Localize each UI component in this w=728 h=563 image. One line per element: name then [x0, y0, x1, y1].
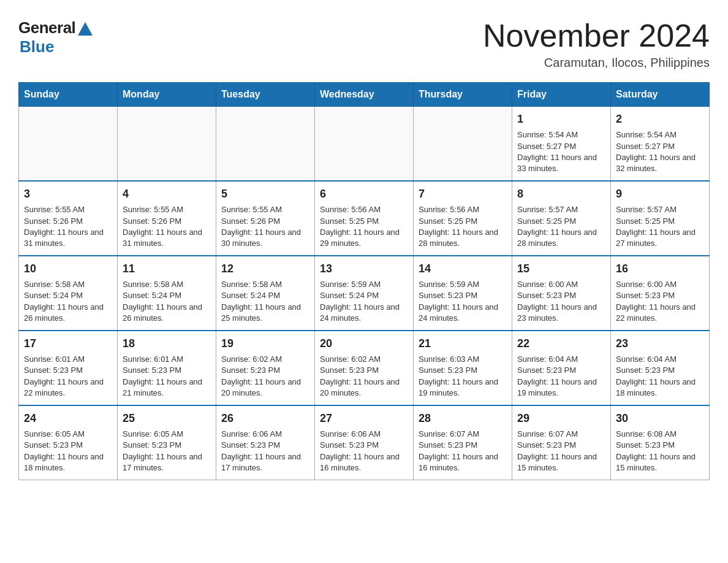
logo-flag-icon	[78, 22, 93, 36]
location-subtitle: Caramutan, Ilocos, Philippines	[483, 56, 710, 70]
month-title: November 2024	[483, 18, 710, 53]
day-cell: 23Sunrise: 6:04 AM Sunset: 5:23 PM Dayli…	[611, 331, 710, 405]
day-cell: 8Sunrise: 5:57 AM Sunset: 5:25 PM Daylig…	[512, 181, 611, 256]
header: General Blue November 2024 Caramutan, Il…	[18, 18, 710, 70]
day-cell: 24Sunrise: 6:05 AM Sunset: 5:23 PM Dayli…	[19, 405, 118, 480]
day-cell: 3Sunrise: 5:55 AM Sunset: 5:26 PM Daylig…	[19, 181, 118, 256]
calendar-body: 1Sunrise: 5:54 AM Sunset: 5:27 PM Daylig…	[19, 107, 710, 480]
day-info: Sunrise: 5:54 AM Sunset: 5:27 PM Dayligh…	[616, 129, 704, 174]
day-number: 15	[517, 261, 605, 277]
day-info: Sunrise: 6:01 AM Sunset: 5:23 PM Dayligh…	[24, 354, 112, 399]
day-number: 5	[221, 186, 309, 202]
day-number: 24	[24, 411, 112, 426]
day-info: Sunrise: 6:04 AM Sunset: 5:23 PM Dayligh…	[616, 354, 704, 399]
header-cell-thursday: Thursday	[414, 83, 512, 107]
day-info: Sunrise: 5:59 AM Sunset: 5:23 PM Dayligh…	[419, 279, 507, 324]
day-info: Sunrise: 5:58 AM Sunset: 5:24 PM Dayligh…	[123, 279, 211, 324]
day-number: 4	[123, 186, 211, 202]
day-number: 8	[517, 186, 605, 202]
day-info: Sunrise: 6:04 AM Sunset: 5:23 PM Dayligh…	[517, 354, 605, 399]
day-cell: 11Sunrise: 5:58 AM Sunset: 5:24 PM Dayli…	[118, 256, 216, 331]
day-info: Sunrise: 5:54 AM Sunset: 5:27 PM Dayligh…	[517, 129, 605, 174]
calendar-header: SundayMondayTuesdayWednesdayThursdayFrid…	[19, 83, 710, 107]
day-cell: 28Sunrise: 6:07 AM Sunset: 5:23 PM Dayli…	[414, 405, 512, 480]
day-number: 27	[320, 411, 408, 426]
day-cell	[315, 107, 414, 181]
day-cell: 26Sunrise: 6:06 AM Sunset: 5:23 PM Dayli…	[216, 405, 315, 480]
day-cell: 1Sunrise: 5:54 AM Sunset: 5:27 PM Daylig…	[512, 107, 611, 181]
week-row-5: 24Sunrise: 6:05 AM Sunset: 5:23 PM Dayli…	[19, 405, 710, 480]
day-cell: 20Sunrise: 6:02 AM Sunset: 5:23 PM Dayli…	[315, 331, 414, 405]
day-info: Sunrise: 6:01 AM Sunset: 5:23 PM Dayligh…	[123, 354, 211, 399]
day-number: 21	[419, 336, 507, 351]
day-info: Sunrise: 6:00 AM Sunset: 5:23 PM Dayligh…	[616, 279, 704, 324]
day-cell: 6Sunrise: 5:56 AM Sunset: 5:25 PM Daylig…	[315, 181, 414, 256]
day-info: Sunrise: 5:55 AM Sunset: 5:26 PM Dayligh…	[221, 204, 309, 249]
title-block: November 2024 Caramutan, Ilocos, Philipp…	[483, 18, 710, 70]
day-info: Sunrise: 6:08 AM Sunset: 5:23 PM Dayligh…	[616, 429, 704, 473]
day-cell	[19, 107, 118, 181]
day-info: Sunrise: 6:05 AM Sunset: 5:23 PM Dayligh…	[123, 429, 211, 473]
day-number: 9	[616, 186, 704, 202]
day-info: Sunrise: 5:59 AM Sunset: 5:24 PM Dayligh…	[320, 279, 408, 324]
day-info: Sunrise: 5:58 AM Sunset: 5:24 PM Dayligh…	[24, 279, 112, 324]
day-cell: 18Sunrise: 6:01 AM Sunset: 5:23 PM Dayli…	[118, 331, 216, 405]
day-number: 3	[24, 186, 112, 202]
day-cell: 4Sunrise: 5:55 AM Sunset: 5:26 PM Daylig…	[118, 181, 216, 256]
day-number: 18	[123, 336, 211, 351]
day-cell: 27Sunrise: 6:06 AM Sunset: 5:23 PM Dayli…	[315, 405, 414, 480]
day-number: 13	[320, 261, 408, 277]
day-info: Sunrise: 6:02 AM Sunset: 5:23 PM Dayligh…	[221, 354, 309, 399]
day-number: 17	[24, 336, 112, 351]
day-number: 11	[123, 261, 211, 277]
day-cell: 14Sunrise: 5:59 AM Sunset: 5:23 PM Dayli…	[414, 256, 512, 331]
header-cell-friday: Friday	[512, 83, 611, 107]
day-cell: 5Sunrise: 5:55 AM Sunset: 5:26 PM Daylig…	[216, 181, 315, 256]
day-number: 23	[616, 336, 704, 351]
day-cell: 25Sunrise: 6:05 AM Sunset: 5:23 PM Dayli…	[118, 405, 216, 480]
day-cell: 29Sunrise: 6:07 AM Sunset: 5:23 PM Dayli…	[512, 405, 611, 480]
day-cell: 16Sunrise: 6:00 AM Sunset: 5:23 PM Dayli…	[611, 256, 710, 331]
day-cell: 15Sunrise: 6:00 AM Sunset: 5:23 PM Dayli…	[512, 256, 611, 331]
day-info: Sunrise: 5:55 AM Sunset: 5:26 PM Dayligh…	[24, 204, 112, 249]
day-info: Sunrise: 6:05 AM Sunset: 5:23 PM Dayligh…	[24, 429, 112, 473]
day-info: Sunrise: 5:57 AM Sunset: 5:25 PM Dayligh…	[517, 204, 605, 249]
week-row-4: 17Sunrise: 6:01 AM Sunset: 5:23 PM Dayli…	[19, 331, 710, 405]
day-number: 26	[221, 411, 309, 426]
day-cell: 19Sunrise: 6:02 AM Sunset: 5:23 PM Dayli…	[216, 331, 315, 405]
day-info: Sunrise: 5:58 AM Sunset: 5:24 PM Dayligh…	[221, 279, 309, 324]
day-info: Sunrise: 6:06 AM Sunset: 5:23 PM Dayligh…	[221, 429, 309, 473]
day-number: 28	[419, 411, 507, 426]
day-number: 1	[517, 112, 605, 127]
day-info: Sunrise: 6:07 AM Sunset: 5:23 PM Dayligh…	[419, 429, 507, 473]
day-number: 12	[221, 261, 309, 277]
day-cell	[414, 107, 512, 181]
day-number: 10	[24, 261, 112, 277]
day-info: Sunrise: 6:06 AM Sunset: 5:23 PM Dayligh…	[320, 429, 408, 473]
day-cell: 13Sunrise: 5:59 AM Sunset: 5:24 PM Dayli…	[315, 256, 414, 331]
day-cell: 22Sunrise: 6:04 AM Sunset: 5:23 PM Dayli…	[512, 331, 611, 405]
day-number: 2	[616, 112, 704, 127]
day-cell	[216, 107, 315, 181]
day-cell: 17Sunrise: 6:01 AM Sunset: 5:23 PM Dayli…	[19, 331, 118, 405]
day-number: 25	[123, 411, 211, 426]
logo: General Blue	[18, 18, 93, 56]
logo-blue-text: Blue	[20, 37, 54, 56]
day-cell: 12Sunrise: 5:58 AM Sunset: 5:24 PM Dayli…	[216, 256, 315, 331]
day-cell: 9Sunrise: 5:57 AM Sunset: 5:25 PM Daylig…	[611, 181, 710, 256]
header-cell-tuesday: Tuesday	[216, 83, 315, 107]
day-cell: 30Sunrise: 6:08 AM Sunset: 5:23 PM Dayli…	[611, 405, 710, 480]
day-number: 14	[419, 261, 507, 277]
calendar-table: SundayMondayTuesdayWednesdayThursdayFrid…	[18, 82, 710, 480]
day-number: 7	[419, 186, 507, 202]
day-number: 19	[221, 336, 309, 351]
header-cell-sunday: Sunday	[19, 83, 118, 107]
day-info: Sunrise: 6:03 AM Sunset: 5:23 PM Dayligh…	[419, 354, 507, 399]
day-number: 22	[517, 336, 605, 351]
day-info: Sunrise: 5:55 AM Sunset: 5:26 PM Dayligh…	[123, 204, 211, 249]
day-info: Sunrise: 5:57 AM Sunset: 5:25 PM Dayligh…	[616, 204, 704, 249]
week-row-3: 10Sunrise: 5:58 AM Sunset: 5:24 PM Dayli…	[19, 256, 710, 331]
day-number: 16	[616, 261, 704, 277]
week-row-2: 3Sunrise: 5:55 AM Sunset: 5:26 PM Daylig…	[19, 181, 710, 256]
day-number: 29	[517, 411, 605, 426]
